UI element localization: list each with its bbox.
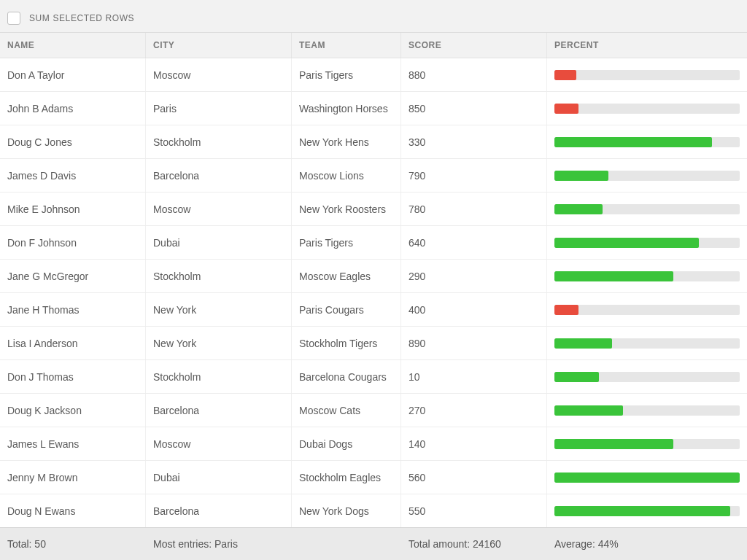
percent-bar xyxy=(554,137,740,147)
table-row[interactable]: Jenny M BrownDubaiStockholm Eagles560 xyxy=(0,461,747,494)
cell-name: Don A Taylor xyxy=(0,58,146,91)
cell-percent xyxy=(547,159,747,192)
table-row[interactable]: Don J ThomasStockholmBarcelona Cougars10 xyxy=(0,360,747,394)
table-row[interactable]: Doug K JacksonBarcelonaMoscow Cats270 xyxy=(0,394,747,427)
percent-bar-fill xyxy=(554,405,623,416)
percent-bar xyxy=(554,104,740,114)
cell-name: Doug N Ewans xyxy=(0,494,146,527)
col-header-score[interactable]: SCORE xyxy=(401,33,547,58)
table-row[interactable]: Lisa I AndersonNew YorkStockholm Tigers8… xyxy=(0,327,747,360)
cell-team: Moscow Eagles xyxy=(292,260,401,292)
cell-percent xyxy=(547,427,747,460)
percent-bar xyxy=(554,238,740,248)
cell-percent xyxy=(547,92,747,125)
percent-bar xyxy=(554,204,740,214)
col-header-name[interactable]: NAME xyxy=(0,33,146,58)
cell-percent xyxy=(547,494,747,527)
percent-bar xyxy=(554,405,740,416)
percent-bar-fill xyxy=(554,472,740,483)
cell-name: James L Ewans xyxy=(0,427,146,460)
cell-city: Moscow xyxy=(146,192,292,225)
cell-team: Barcelona Cougars xyxy=(292,360,401,393)
percent-bar xyxy=(554,171,740,181)
cell-name: Jane G McGregor xyxy=(0,260,146,292)
cell-score: 790 xyxy=(401,159,547,192)
cell-score: 140 xyxy=(401,427,547,460)
cell-score: 550 xyxy=(401,494,547,527)
table-row[interactable]: Mike E JohnsonMoscowNew York Roosters780 xyxy=(0,192,747,226)
cell-percent xyxy=(547,125,747,158)
cell-team: New York Dogs xyxy=(292,494,401,527)
footer-total: Total: 50 xyxy=(0,528,146,560)
sum-selected-label: SUM SELECTED ROWS xyxy=(29,13,134,23)
cell-score: 850 xyxy=(401,92,547,125)
percent-bar-fill xyxy=(554,238,699,248)
cell-team: Stockholm Eagles xyxy=(292,461,401,494)
cell-name: Don F Johnson xyxy=(0,226,146,259)
cell-name: Don J Thomas xyxy=(0,360,146,393)
cell-score: 890 xyxy=(401,327,547,359)
cell-city: Barcelona xyxy=(146,494,292,527)
table-row[interactable]: James L EwansMoscowDubai Dogs140 xyxy=(0,427,747,461)
table-row[interactable]: John B AdamsParisWashington Horses850 xyxy=(0,92,747,125)
percent-bar xyxy=(554,70,740,80)
cell-city: Stockholm xyxy=(146,260,292,292)
cell-name: James D Davis xyxy=(0,159,146,192)
cell-name: Doug K Jackson xyxy=(0,394,146,427)
footer-total-amount: Total amount: 24160 xyxy=(401,528,547,560)
percent-bar-fill xyxy=(554,338,612,349)
table-row[interactable]: James D DavisBarcelonaMoscow Lions790 xyxy=(0,159,747,192)
cell-percent xyxy=(547,327,747,359)
footer-average: Average: 44% xyxy=(547,528,747,560)
table-row[interactable]: Don F JohnsonDubaiParis Tigers640 xyxy=(0,226,747,260)
table-row[interactable]: Doug C JonesStockholmNew York Hens330 xyxy=(0,125,747,159)
col-header-team[interactable]: TEAM xyxy=(292,33,401,58)
cell-percent xyxy=(547,293,747,326)
cell-score: 780 xyxy=(401,192,547,225)
cell-city: Barcelona xyxy=(146,394,292,427)
cell-score: 640 xyxy=(401,226,547,259)
cell-city: Barcelona xyxy=(146,159,292,192)
cell-city: New York xyxy=(146,327,292,359)
percent-bar-fill xyxy=(554,204,603,214)
percent-bar-fill xyxy=(554,305,578,315)
cell-team: Moscow Lions xyxy=(292,159,401,192)
cell-name: Doug C Jones xyxy=(0,125,146,158)
cell-name: John B Adams xyxy=(0,92,146,125)
cell-team: Paris Tigers xyxy=(292,226,401,259)
table-row[interactable]: Jane H ThomasNew YorkParis Cougars400 xyxy=(0,293,747,327)
table-header: NAME CITY TEAM SCORE PERCENT xyxy=(0,33,747,58)
percent-bar-fill xyxy=(554,372,599,382)
table-body[interactable]: Don A TaylorMoscowParis Tigers880John B … xyxy=(0,58,747,527)
percent-bar-fill xyxy=(554,506,730,516)
cell-city: Dubai xyxy=(146,461,292,494)
cell-city: Moscow xyxy=(146,58,292,91)
percent-bar-fill xyxy=(554,271,673,281)
cell-score: 290 xyxy=(401,260,547,292)
cell-city: Stockholm xyxy=(146,360,292,393)
cell-city: Moscow xyxy=(146,427,292,460)
table-toolbar: SUM SELECTED ROWS xyxy=(0,0,747,33)
cell-percent xyxy=(547,394,747,427)
percent-bar xyxy=(554,372,740,382)
cell-city: New York xyxy=(146,293,292,326)
percent-bar-fill xyxy=(554,137,712,147)
table-row[interactable]: Don A TaylorMoscowParis Tigers880 xyxy=(0,58,747,92)
col-header-city[interactable]: CITY xyxy=(146,33,292,58)
cell-name: Jenny M Brown xyxy=(0,461,146,494)
percent-bar-fill xyxy=(554,104,578,114)
cell-city: Stockholm xyxy=(146,125,292,158)
table-footer: Total: 50 Most entries: Paris Total amou… xyxy=(0,527,747,560)
table-row[interactable]: Doug N EwansBarcelonaNew York Dogs550 xyxy=(0,494,747,527)
cell-team: New York Roosters xyxy=(292,192,401,225)
col-header-percent[interactable]: PERCENT xyxy=(547,33,747,58)
cell-percent xyxy=(547,260,747,292)
cell-percent xyxy=(547,226,747,259)
cell-team: Paris Tigers xyxy=(292,58,401,91)
table-row[interactable]: Jane G McGregorStockholmMoscow Eagles290 xyxy=(0,260,747,293)
cell-score: 330 xyxy=(401,125,547,158)
footer-most-entries: Most entries: Paris xyxy=(146,528,401,560)
sum-selected-checkbox[interactable] xyxy=(7,12,20,25)
cell-team: Paris Cougars xyxy=(292,293,401,326)
percent-bar xyxy=(554,439,740,449)
